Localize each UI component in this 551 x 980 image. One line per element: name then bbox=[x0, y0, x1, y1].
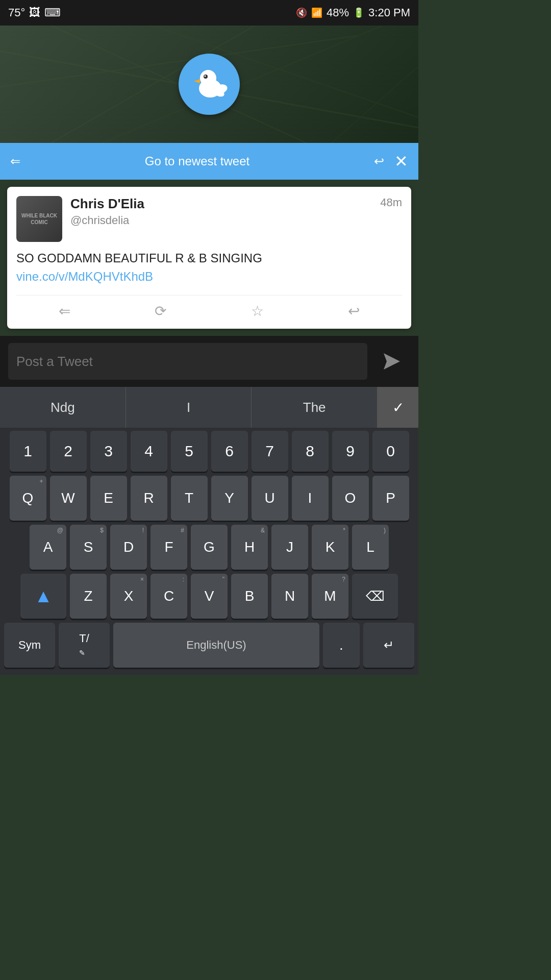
svg-marker-12 bbox=[194, 79, 200, 83]
asdf-row: @A $S !D #F G &H J *K )L bbox=[0, 525, 418, 570]
key-f[interactable]: #F bbox=[151, 525, 187, 570]
bird-logo bbox=[179, 54, 240, 115]
retweet-action-icon[interactable]: ⟳ bbox=[155, 303, 166, 320]
key-c[interactable]: :C bbox=[151, 574, 187, 619]
author-handle: @chrisdelia bbox=[70, 214, 402, 227]
format-key[interactable]: T/✎ bbox=[59, 623, 110, 668]
shift-icon: ▲ bbox=[34, 585, 53, 607]
tweet-input-field[interactable] bbox=[8, 343, 367, 380]
battery-icon: 🔋 bbox=[353, 7, 364, 18]
key-o[interactable]: O bbox=[332, 476, 369, 521]
notif-left: ⇐ bbox=[10, 154, 20, 168]
send-tweet-button[interactable] bbox=[373, 343, 410, 380]
tweet-name-row: Chris D'Elia 48m bbox=[70, 196, 402, 212]
enter-icon: ↵ bbox=[384, 638, 394, 652]
autocomplete-suggestion-3[interactable]: The bbox=[252, 387, 378, 428]
autocomplete-suggestion-2[interactable]: I bbox=[126, 387, 252, 428]
key-u[interactable]: U bbox=[252, 476, 288, 521]
key-7[interactable]: 7 bbox=[252, 431, 288, 472]
tweet-header: WHILE BLACK COMIC Chris D'Elia 48m @chri… bbox=[16, 196, 402, 242]
tweet-meta: Chris D'Elia 48m @chrisdelia bbox=[70, 196, 402, 227]
key-n[interactable]: N bbox=[271, 574, 308, 619]
backspace-key[interactable]: ⌫ bbox=[352, 574, 398, 619]
keyboard: 1 2 3 4 5 6 7 8 9 0 +Q W E R T Y U I O P… bbox=[0, 428, 418, 675]
key-h[interactable]: &H bbox=[231, 525, 268, 570]
key-m[interactable]: ?M bbox=[312, 574, 348, 619]
mute-icon: 🔇 bbox=[296, 7, 307, 18]
key-6[interactable]: 6 bbox=[211, 431, 248, 472]
back-icon[interactable]: ↩ bbox=[374, 154, 384, 168]
key-g[interactable]: G bbox=[191, 525, 228, 570]
qwerty-row: +Q W E R T Y U I O P bbox=[0, 476, 418, 521]
svg-line-4 bbox=[102, 26, 383, 143]
key-4[interactable]: 4 bbox=[131, 431, 167, 472]
key-b[interactable]: B bbox=[231, 574, 268, 619]
space-key[interactable]: English(US) bbox=[113, 623, 319, 668]
status-bar: 75° 🖼 ⌨ 🔇 📶 48% 🔋 3:20 PM bbox=[0, 0, 418, 26]
share-icon[interactable]: ⇐ bbox=[10, 154, 20, 168]
key-l[interactable]: )L bbox=[352, 525, 389, 570]
key-q[interactable]: +Q bbox=[10, 476, 46, 521]
autocomplete-bar: Ndg I The ✓ bbox=[0, 387, 418, 428]
battery-pct: 48% bbox=[327, 6, 349, 19]
tweet-actions: ⇐ ⟳ ☆ ↩ bbox=[16, 295, 402, 320]
tweet-input-bar bbox=[0, 336, 418, 387]
avatar: WHILE BLACK COMIC bbox=[16, 196, 62, 242]
key-t[interactable]: T bbox=[171, 476, 208, 521]
key-5[interactable]: 5 bbox=[171, 431, 208, 472]
close-banner-button[interactable]: ✕ bbox=[394, 152, 408, 171]
key-x[interactable]: ×X bbox=[110, 574, 147, 619]
notif-right: ↩ ✕ bbox=[374, 152, 408, 171]
reply-action-icon[interactable]: ↩ bbox=[348, 303, 360, 320]
clock: 3:20 PM bbox=[368, 6, 410, 19]
enter-key[interactable]: ↵ bbox=[363, 623, 414, 668]
notification-banner[interactable]: ⇐ Go to newest tweet ↩ ✕ bbox=[0, 143, 418, 180]
tweet-body: SO GODDAMN BEAUTIFUL R & B SINGING vine.… bbox=[16, 249, 402, 286]
wifi-icon: 📶 bbox=[311, 7, 322, 18]
key-s[interactable]: $S bbox=[70, 525, 107, 570]
favorite-action-icon[interactable]: ☆ bbox=[251, 303, 264, 320]
key-p[interactable]: P bbox=[372, 476, 409, 521]
zxcv-row: ▲ Z ×X :C "V B N ?M ⌫ bbox=[0, 574, 418, 619]
backspace-icon: ⌫ bbox=[366, 589, 385, 604]
key-j[interactable]: J bbox=[271, 525, 308, 570]
status-right: 🔇 📶 48% 🔋 3:20 PM bbox=[296, 6, 410, 19]
key-1[interactable]: 1 bbox=[10, 431, 46, 472]
svg-point-8 bbox=[200, 70, 216, 86]
bottom-row: Sym T/✎ English(US) . ↵ bbox=[0, 623, 418, 668]
key-y[interactable]: Y bbox=[211, 476, 248, 521]
key-a[interactable]: @A bbox=[30, 525, 66, 570]
key-d[interactable]: !D bbox=[110, 525, 147, 570]
status-left: 75° 🖼 ⌨ bbox=[8, 6, 61, 19]
key-e[interactable]: E bbox=[90, 476, 127, 521]
number-row: 1 2 3 4 5 6 7 8 9 0 bbox=[0, 431, 418, 472]
temperature: 75° bbox=[8, 6, 25, 19]
tweet-card: WHILE BLACK COMIC Chris D'Elia 48m @chri… bbox=[7, 187, 411, 329]
key-z[interactable]: Z bbox=[70, 574, 107, 619]
tweet-link[interactable]: vine.co/v/MdKQHVtKhdB bbox=[16, 270, 153, 283]
autocomplete-suggestion-1[interactable]: Ndg bbox=[0, 387, 126, 428]
shift-key[interactable]: ▲ bbox=[20, 574, 66, 619]
key-k[interactable]: *K bbox=[312, 525, 348, 570]
key-w[interactable]: W bbox=[50, 476, 87, 521]
key-v[interactable]: "V bbox=[191, 574, 228, 619]
key-3[interactable]: 3 bbox=[90, 431, 127, 472]
svg-line-6 bbox=[332, 66, 418, 143]
format-icon: T/✎ bbox=[79, 632, 89, 658]
key-9[interactable]: 9 bbox=[332, 431, 369, 472]
notification-text[interactable]: Go to newest tweet bbox=[145, 154, 249, 168]
key-i[interactable]: I bbox=[292, 476, 329, 521]
key-0[interactable]: 0 bbox=[372, 431, 409, 472]
avatar-image: WHILE BLACK COMIC bbox=[16, 196, 62, 242]
key-2[interactable]: 2 bbox=[50, 431, 87, 472]
tweet-time: 48m bbox=[380, 196, 402, 212]
svg-marker-14 bbox=[384, 353, 400, 370]
key-8[interactable]: 8 bbox=[292, 431, 329, 472]
dot-key[interactable]: . bbox=[323, 623, 360, 668]
key-r[interactable]: R bbox=[131, 476, 167, 521]
check-icon: ✓ bbox=[392, 399, 404, 416]
share-action-icon[interactable]: ⇐ bbox=[59, 303, 70, 320]
app-header bbox=[0, 26, 418, 143]
autocomplete-confirm-button[interactable]: ✓ bbox=[378, 387, 418, 428]
sym-key[interactable]: Sym bbox=[4, 623, 55, 668]
